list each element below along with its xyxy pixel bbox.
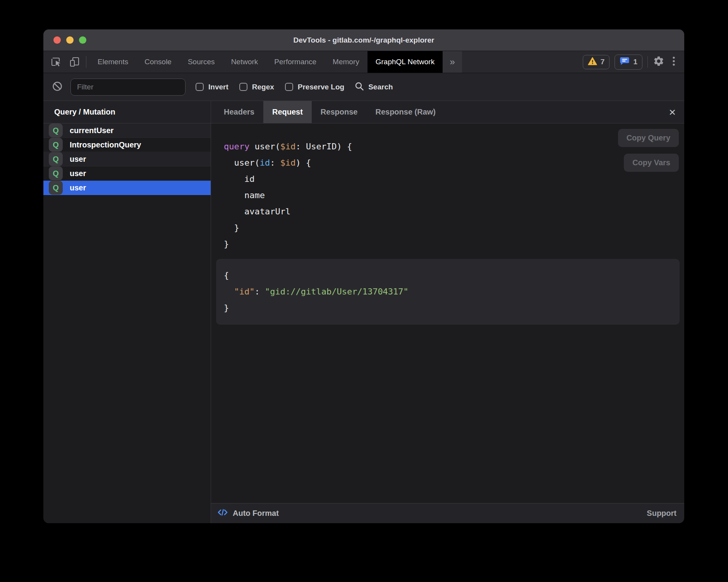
graphql-variables-box: { "id": "gid://gitlab/User/13704317"} [216, 259, 680, 325]
device-toolbar-icon[interactable] [69, 56, 81, 68]
query-type-badge: Q [49, 181, 63, 195]
devtools-window: DevTools - gitlab.com/-/graphql-explorer… [43, 29, 684, 523]
query-name-label: currentUser [70, 126, 113, 135]
devtools-toolbar: ElementsConsoleSourcesNetworkPerformance… [43, 51, 684, 73]
issues-count: 1 [633, 58, 637, 66]
query-name-label: IntrospectionQuery [70, 140, 141, 149]
checkbox-label: Invert [208, 83, 228, 91]
checkbox-invert[interactable]: Invert [196, 83, 228, 91]
checkbox-box-invert[interactable] [196, 83, 204, 91]
query-list-item-introspectionquery[interactable]: QIntrospectionQuery [43, 138, 211, 152]
devtools-tab-network[interactable]: Network [223, 51, 266, 73]
search-icon [354, 81, 364, 93]
filter-bar: InvertRegexPreserve Log Search [43, 73, 684, 101]
main-area: Query / Mutation QcurrentUserQIntrospect… [43, 101, 684, 523]
query-list-item-user[interactable]: Quser [43, 166, 211, 181]
variables-code-line: } [224, 300, 680, 316]
checkbox-preserve-log[interactable]: Preserve Log [285, 83, 344, 91]
query-list-panel: Query / Mutation QcurrentUserQIntrospect… [43, 101, 211, 523]
checkbox-label: Regex [252, 83, 274, 91]
devtools-tab-sources[interactable]: Sources [180, 51, 223, 73]
detail-tab-response-raw[interactable]: Response (Raw) [366, 101, 445, 123]
support-link[interactable]: Support [647, 509, 676, 518]
graphql-query-code: query user($id: UserID) { user(id: $id) … [211, 123, 684, 252]
checkbox-regex[interactable]: Regex [239, 83, 274, 91]
query-code-line: query user($id: UserID) { [224, 139, 684, 155]
variables-code-line: "id": "gid://gitlab/User/13704317" [224, 284, 680, 300]
query-name-label: user [70, 155, 86, 164]
warnings-badge[interactable]: 7 [583, 55, 610, 69]
variables-code-line: { [224, 267, 680, 284]
settings-gear-icon[interactable] [653, 55, 664, 68]
checkbox-label: Preserve Log [298, 83, 344, 91]
query-list: QcurrentUserQIntrospectionQueryQuserQuse… [43, 123, 211, 195]
panel-tabs: ElementsConsoleSourcesNetworkPerformance… [89, 51, 443, 73]
warnings-count: 7 [601, 58, 605, 66]
toolbar-left-icons [43, 51, 86, 73]
query-name-label: user [70, 183, 86, 192]
search-control[interactable]: Search [354, 81, 393, 93]
devtools-tab-memory[interactable]: Memory [325, 51, 367, 73]
inspect-element-icon[interactable] [50, 56, 62, 68]
more-tabs-button[interactable]: » [443, 51, 462, 73]
query-list-item-currentuser[interactable]: QcurrentUser [43, 123, 211, 138]
auto-format-label: Auto Format [233, 509, 279, 518]
copy-vars-button[interactable]: Copy Vars [624, 154, 679, 172]
query-list-item-user[interactable]: Quser [43, 152, 211, 166]
query-name-label: user [70, 169, 86, 178]
devtools-tab-performance[interactable]: Performance [266, 51, 325, 73]
query-list-header: Query / Mutation [43, 101, 211, 123]
filter-checkboxes: InvertRegexPreserve Log [196, 83, 344, 91]
title-bar: DevTools - gitlab.com/-/graphql-explorer [43, 29, 684, 51]
auto-format-button[interactable]: Auto Format [217, 508, 279, 519]
devtools-tab-graphql-network[interactable]: GraphQL Network [367, 51, 443, 73]
query-code-line: id [224, 171, 684, 187]
query-code-line: user(id: $id) { [224, 155, 684, 171]
request-tab-content: query user($id: UserID) { user(id: $id) … [211, 123, 684, 503]
query-type-badge: Q [49, 166, 63, 180]
checkbox-box-regex[interactable] [239, 83, 247, 91]
issues-badge[interactable]: 1 [615, 55, 642, 70]
minimize-window-button[interactable] [66, 36, 74, 44]
devtools-tab-elements[interactable]: Elements [89, 51, 136, 73]
query-list-item-user[interactable]: Quser [43, 181, 211, 195]
message-bubble-icon [620, 56, 630, 68]
query-code-line: name [224, 187, 684, 204]
detail-tabs: HeadersRequestResponseResponse (Raw) [215, 101, 445, 123]
detail-tab-headers[interactable]: Headers [215, 101, 263, 123]
copy-buttons: Copy Query Copy Vars [618, 129, 679, 172]
copy-query-button[interactable]: Copy Query [618, 129, 679, 147]
detail-tab-bar: HeadersRequestResponseResponse (Raw) × [211, 101, 684, 123]
toolbar-separator [647, 56, 648, 68]
request-detail-panel: HeadersRequestResponseResponse (Raw) × q… [211, 101, 684, 523]
kebab-menu-icon[interactable] [672, 55, 676, 68]
filter-input[interactable] [70, 79, 185, 96]
query-type-badge: Q [49, 123, 63, 137]
query-code-line: avatarUrl [224, 204, 684, 220]
query-type-badge: Q [49, 152, 63, 166]
search-label: Search [368, 83, 393, 91]
warning-icon [588, 57, 597, 67]
window-title: DevTools - gitlab.com/-/graphql-explorer [43, 36, 684, 45]
detail-footer: Auto Format Support [211, 503, 684, 523]
toolbar-separator [86, 56, 86, 68]
zoom-window-button[interactable] [79, 36, 86, 44]
close-panel-button[interactable]: × [666, 101, 678, 123]
checkbox-box-preserve-log[interactable] [285, 83, 293, 91]
toolbar-right: 7 1 [583, 51, 684, 73]
detail-tab-response[interactable]: Response [312, 101, 367, 123]
traffic-lights [53, 29, 86, 51]
query-code-line: } [224, 236, 684, 252]
detail-tab-request[interactable]: Request [263, 101, 312, 123]
query-type-badge: Q [49, 138, 63, 152]
query-code-line: } [224, 220, 684, 236]
block-requests-icon[interactable] [52, 81, 63, 93]
close-window-button[interactable] [53, 36, 61, 44]
devtools-tab-console[interactable]: Console [136, 51, 180, 73]
code-format-icon [217, 508, 228, 519]
